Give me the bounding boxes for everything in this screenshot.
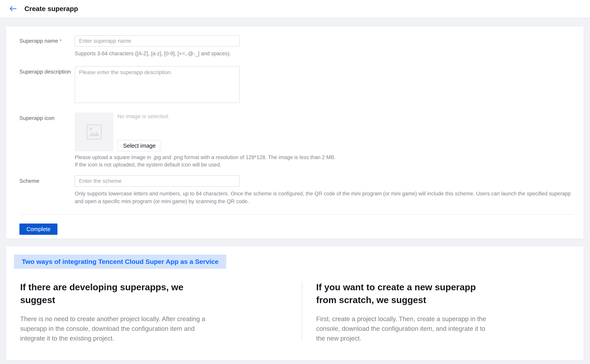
- no-image-text: No image is selected.: [118, 112, 170, 119]
- form-row-scheme: Scheme Only supports lowercase letters a…: [20, 176, 574, 205]
- image-placeholder-box: [75, 112, 113, 151]
- scheme-label: Scheme: [20, 176, 75, 205]
- info-column-body: There is no need to create another proje…: [20, 314, 211, 343]
- info-column-heading: If you want to create a new superapp fro…: [316, 281, 483, 306]
- page-title: Create superapp: [25, 5, 78, 13]
- create-superapp-form: Superapp name* Supports 3-64 characters …: [6, 26, 583, 239]
- form-row-superapp-name: Superapp name* Supports 3-64 characters …: [20, 35, 574, 58]
- superapp-name-label: Superapp name: [20, 38, 58, 44]
- info-column-body: First, create a project locally. Then, c…: [316, 314, 487, 343]
- superapp-name-input[interactable]: [75, 35, 240, 46]
- required-asterisk: *: [59, 38, 61, 44]
- superapp-description-textarea[interactable]: [75, 66, 240, 103]
- info-columns: If there are developing superapps, we su…: [14, 281, 576, 343]
- scheme-input[interactable]: [75, 176, 240, 187]
- icon-hint-line2: If the icon is not uploaded, the system …: [75, 161, 574, 169]
- superapp-icon-label: Superapp icon: [20, 112, 75, 169]
- form-row-superapp-icon: Superapp icon No image is selected. Sele…: [20, 112, 574, 169]
- page-header: Create superapp: [0, 0, 590, 18]
- info-column-existing: If there are developing superapps, we su…: [14, 281, 302, 343]
- complete-button[interactable]: Complete: [20, 223, 58, 235]
- scheme-hint: Only supports lowercase letters and numb…: [75, 190, 574, 205]
- superapp-name-label-cell: Superapp name*: [20, 35, 75, 58]
- superapp-description-label: Superapp description: [20, 66, 75, 104]
- info-card: Two ways of integrating Tencent Cloud Su…: [6, 247, 583, 360]
- info-column-heading: If there are developing superapps, we su…: [20, 281, 187, 306]
- icon-hint-line1: Please upload a square image in .jpg and…: [75, 154, 574, 161]
- back-arrow-icon: [9, 6, 17, 12]
- form-divider: [20, 214, 574, 214]
- image-placeholder-icon: [86, 124, 102, 140]
- back-button[interactable]: [9, 6, 17, 12]
- info-banner: Two ways of integrating Tencent Cloud Su…: [14, 254, 226, 269]
- main-content: Superapp name* Supports 3-64 characters …: [0, 26, 590, 360]
- form-row-superapp-description: Superapp description: [20, 66, 574, 104]
- info-column-new: If you want to create a new superapp fro…: [302, 281, 487, 343]
- select-image-button[interactable]: Select image: [118, 140, 161, 151]
- superapp-name-hint: Supports 3-64 characters ([A-Z], [a-z], …: [75, 50, 574, 58]
